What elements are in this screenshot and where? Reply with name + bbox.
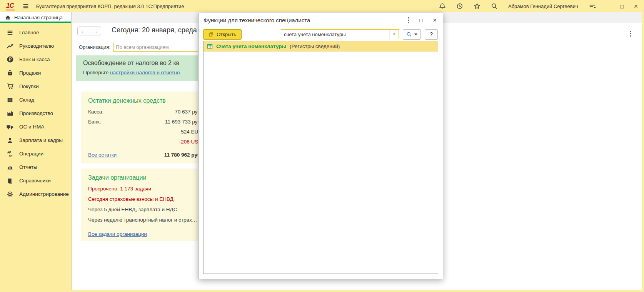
task-row: Просрочено: 1 173 задачи [88,186,202,192]
home-icon [5,15,11,20]
sidebar-item-label: Покупки [19,83,39,89]
open-window-icon [209,32,214,37]
task-rows: Просрочено: 1 173 задачиСегодня страховы… [88,186,202,223]
open-button-label: Открыть [217,32,236,37]
sidebar-item-label: Склад [19,97,34,103]
cash-balances-widget: Остатки денежных средств Касса:70 637 ру… [81,92,208,164]
search-results-list: Счета учета номенклатуры (Регистры сведе… [203,41,438,274]
cash-total-divider [88,149,202,149]
star-icon[interactable] [474,3,480,10]
section-sidebar: ГлавноеРуководителюБанк и кассаПродажиПо… [0,23,72,290]
search-icon[interactable] [491,3,498,10]
clear-search-icon[interactable]: × [389,30,399,39]
sidebar-item-operacii[interactable]: Дт КтОперации [0,147,71,160]
1c-logo: 1С [6,2,15,10]
cash-row-label: Касса: [88,109,103,115]
sidebar-item-administrirovanie[interactable]: Администрирование [0,187,71,201]
page-more-icon[interactable] [630,31,631,37]
titlebar-right: Абрамов Геннадий Сергеевич – □ × [439,3,638,10]
dtkt-icon: Дт Кт [6,150,14,157]
dialog-controls: □ × [408,17,437,23]
sidebar-item-glavnoe[interactable]: Главное [0,26,71,39]
history-icon[interactable] [456,3,463,10]
result-name: Счета учета номенклатуры [216,43,286,49]
sidebar-item-os-i-nma[interactable]: ОС и НМА [0,120,71,133]
cash-row: -206 USD [88,139,202,145]
app-title: Бухгалтерия предприятия КОРП, редакция 3… [36,3,184,9]
grid-icon [6,97,14,103]
sidebar-item-rukovoditelyu[interactable]: Руководителю [0,39,71,53]
sidebar-item-label: Продажи [19,70,41,76]
organization-tasks-widget: Задачи организации Просрочено: 1 173 зад… [81,169,208,241]
sidebar-item-label: Главное [19,30,39,35]
all-balances-link[interactable]: Все остатки [88,152,117,158]
close-button[interactable]: × [634,3,638,10]
sidebar-item-otchety[interactable]: Отчеты [0,160,71,174]
sidebar-item-prodazhi[interactable]: Продажи [0,66,71,80]
sidebar-item-label: Операции [19,151,43,157]
dialog-maximize-button[interactable]: □ [419,17,423,23]
sidebar-item-label: Производство [19,110,53,116]
task-row: Сегодня страховые взносы и ЕНВД [88,196,202,202]
minimize-button[interactable]: – [607,3,610,9]
titlebar: 1С Бухгалтерия предприятия КОРП, редакци… [0,0,644,12]
text-caret [346,32,346,37]
sidebar-item-label: Руководителю [19,43,54,49]
trend-icon [6,42,14,50]
information-register-icon [207,43,213,49]
technician-functions-dialog: Функции для технического специалиста □ ×… [198,13,443,279]
nav-forward-button[interactable]: → [89,27,101,35]
cash-row-value: 11 693 733 руб. [165,119,202,125]
current-user[interactable]: Абрамов Геннадий Сергеевич [508,3,578,9]
open-button[interactable]: Открыть [203,29,242,40]
chart-icon [6,164,14,171]
tax-settings-link[interactable]: настройки налогов и отчетно [110,70,180,75]
sidebar-item-proizvodstvo[interactable]: Производство [0,107,71,120]
search-mode-button[interactable] [403,29,421,40]
titlebar-icons [439,3,498,10]
sidebar-item-spravochniki[interactable]: Справочники [0,174,71,187]
tasks-widget-title: Задачи организации [88,174,202,181]
dialog-more-icon[interactable] [408,17,409,23]
all-tasks-link[interactable]: Все задачи организации [88,231,147,237]
cash-widget-title: Остатки денежных средств [88,97,202,104]
nav-back-button[interactable]: ← [77,27,89,35]
organization-label: Организация: [79,44,110,50]
result-row-selected[interactable]: Счета учета номенклатуры (Регистры сведе… [204,41,438,52]
magnifier-icon [406,32,412,37]
books-icon [6,177,14,184]
maximize-button[interactable]: □ [620,3,624,9]
gear-icon [6,191,14,198]
today-heading: Сегодня: 20 января, среда [112,26,197,34]
sidebar-item-label: Справочники [19,178,51,184]
sidebar-item-zarplata-i-kadry[interactable]: Зарплата и кадры [0,133,71,147]
cash-footer: Все остатки 11 780 962 руб. [88,152,202,158]
sidebar-item-pokupki[interactable]: Покупки [0,80,71,93]
menu-icon [6,29,14,36]
bag-icon [6,70,14,77]
banner-text-prefix: Проверьте [83,70,110,75]
truck-icon [6,123,14,131]
dialog-title: Функции для технического специалиста [204,17,310,23]
cash-rows: Касса:70 637 руб.Банк:11 693 733 руб.524… [88,109,202,145]
bell-icon[interactable] [439,3,446,10]
service-menu-icon[interactable] [589,3,596,10]
main-menu-icon[interactable] [22,3,29,10]
task-row: Через неделю транспортный налог и страх… [88,217,202,223]
sidebar-item-label: Зарплата и кадры [19,137,63,143]
sidebar-item-bank-i-kassa[interactable]: Банк и касса [0,53,71,66]
dialog-close-button[interactable]: × [433,17,437,23]
cash-row: 524 EUR [88,129,202,135]
sidebar-item-sklad[interactable]: Склад [0,93,71,107]
factory-icon [6,110,14,117]
help-button[interactable]: ? [425,29,438,40]
task-row: Через 5 дней ЕНВД, зарплата и НДС [88,207,202,212]
ruble-icon [6,56,14,63]
search-input-text: счета учета номенклатуры [281,32,389,37]
result-meta: (Регистры сведений) [290,43,340,49]
tab-home-label: Начальная страница [14,15,63,20]
tab-home-page[interactable]: Начальная страница [0,12,72,23]
dialog-search-field[interactable]: счета учета номенклатуры × [281,29,399,39]
sidebar-item-label: Администрирование [19,191,69,197]
cash-total: 11 780 962 руб. [164,152,202,158]
